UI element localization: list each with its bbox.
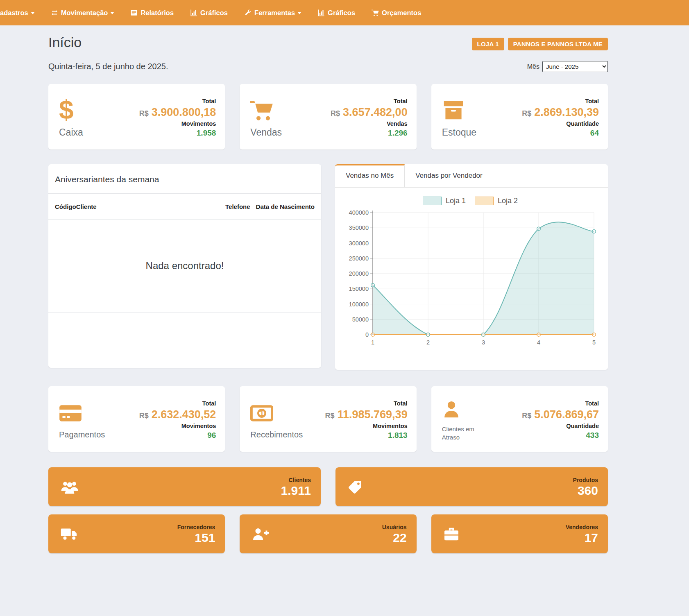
nav-item-label: Orçamentos [382,9,421,17]
current-date: Quinta-feira, 5 de junho de 2025. [48,62,168,71]
count-label: Vendas [387,120,408,127]
svg-text:350000: 350000 [349,224,369,231]
currency-symbol: R$ [522,109,531,118]
nav-item-cadastros[interactable]: adastros [0,9,34,17]
svg-text:2: 2 [426,339,430,346]
tile-label: Fornecedores [177,524,215,530]
count-value: 64 [590,129,599,138]
column-cliente: Cliente [76,203,97,210]
count-value: 96 [207,431,216,440]
tab-vendas-por-vendedor[interactable]: Vendas por Vendedor [405,164,493,187]
total-label: Total [202,98,216,104]
credit-card-icon [59,401,105,426]
total-label: Total [585,400,599,407]
estoque-card[interactable]: Estoque Total R$2.869.130,39 Quantidade … [431,84,608,149]
card-title: Recebimentos [250,430,303,439]
svg-text:3: 3 [482,339,485,346]
clientes-em-atraso-card[interactable]: Clientes em Atraso Total R$5.076.869,67 … [431,386,608,452]
svg-text:150000: 150000 [349,285,369,292]
total-value: 2.869.130,39 [534,106,599,119]
fornecedores-tile[interactable]: Fornecedores 151 [48,514,225,553]
tile-label: Vendedores [566,524,598,530]
currency-symbol: R$ [139,412,149,420]
tile-label: Usuários [382,524,407,530]
pagamentos-card[interactable]: Pagamentos Total R$2.632.430,52 Moviment… [48,386,225,452]
line-area-chart[interactable]: 0500001000001500002000002500003000003500… [341,208,600,353]
dollar-icon: $ [59,97,83,123]
total-value: 3.900.800,18 [152,106,216,119]
total-value: 11.985.769,39 [337,408,407,421]
sales-panel: Vendas no Mês Vendas por Vendedor Loja 1… [335,164,608,370]
nav-item-label: Movimentação [61,9,108,17]
svg-text:200000: 200000 [349,270,369,277]
svg-text:300000: 300000 [349,240,369,247]
currency-symbol: R$ [325,412,334,420]
produtos-tile[interactable]: Produtos 360 [335,467,608,506]
nav-item-graficos-1[interactable]: Gráficos [190,9,228,17]
tab-vendas-no-mes[interactable]: Vendas no Mês [335,164,405,187]
currency-symbol: R$ [331,109,340,118]
nav-item-label: adastros [0,9,28,17]
svg-text:1: 1 [260,409,264,417]
vendedores-tile[interactable]: Vendedores 17 [431,514,608,553]
svg-text:100000: 100000 [349,301,369,308]
money-bill-icon: 1 [250,401,303,426]
card-title: Vendas [250,127,282,138]
caixa-card[interactable]: $ Caixa Total R$3.900.800,18 Movimentos … [48,84,225,149]
legend-swatch-loja2 [475,197,494,205]
legend-item-loja2[interactable]: Loja 2 [475,197,518,205]
month-select[interactable]: June - 2025 [542,61,608,72]
tile-value: 1.911 [281,484,311,497]
vendas-card[interactable]: Vendas Total R$3.657.482,00 Vendas 1.296 [240,84,416,149]
top-navbar: adastros Movimentação Relatórios Gráfico… [0,0,689,25]
count-value: 1.813 [388,431,408,440]
nav-item-graficos-2[interactable]: Gráficos [317,9,355,17]
tile-value: 151 [195,531,215,544]
nav-item-orcamentos[interactable]: Orçamentos [372,9,421,17]
svg-text:50000: 50000 [352,316,369,323]
bar-chart-icon [190,9,197,16]
wrench-icon [244,9,252,16]
total-value: 5.076.869,67 [534,408,599,421]
month-label: Mês [527,63,539,70]
report-icon [130,9,138,16]
sales-tabbar: Vendas no Mês Vendas por Vendedor [335,164,608,188]
total-value: 2.632.430,52 [152,408,216,421]
legend-item-loja1[interactable]: Loja 1 [423,197,466,205]
company-badge[interactable]: PANNOS E PANNOS LTDA ME [508,38,608,50]
column-nascimento: Data de Nascimento [256,203,315,210]
tile-value: 22 [393,531,406,544]
truck-icon [61,528,78,541]
column-codigo: Código [55,203,76,210]
total-label: Total [202,400,216,407]
users-icon [61,479,79,495]
nav-item-movimentacao[interactable]: Movimentação [51,9,114,17]
svg-text:0: 0 [365,331,369,338]
chart-legend: Loja 1 Loja 2 [337,197,604,205]
bar-chart-icon [317,9,325,16]
clientes-tile[interactable]: Clientes 1.911 [48,467,321,506]
nav-item-label: Gráficos [200,9,228,17]
tile-label: Clientes [289,477,311,483]
birthdays-table-header: Código Cliente Telefone Data de Nascimen… [48,194,321,219]
caret-down-icon [31,12,34,14]
svg-text:400000: 400000 [349,209,369,216]
box-icon [442,97,476,123]
usuarios-tile[interactable]: Usuários 22 [240,514,416,553]
count-value: 1.296 [388,129,408,138]
nav-item-relatorios[interactable]: Relatórios [130,9,174,17]
nav-item-ferramentas[interactable]: Ferramentas [244,9,301,17]
currency-symbol: R$ [522,412,531,420]
total-label: Total [585,98,599,104]
legend-label: Loja 1 [446,197,466,205]
birthdays-panel: Aniversariantes da semana Código Cliente… [48,164,321,368]
count-label: Movimentos [181,423,216,429]
store-badge[interactable]: LOJA 1 [472,38,504,50]
tag-icon [348,480,363,494]
card-title: Pagamentos [59,430,105,439]
recebimentos-card[interactable]: 1 Recebimentos Total R$11.985.769,39 Mov… [240,386,416,452]
currency-symbol: R$ [139,109,149,118]
cart-icon [250,97,282,123]
briefcase-icon [444,527,459,541]
nav-item-label: Relatórios [141,9,174,17]
